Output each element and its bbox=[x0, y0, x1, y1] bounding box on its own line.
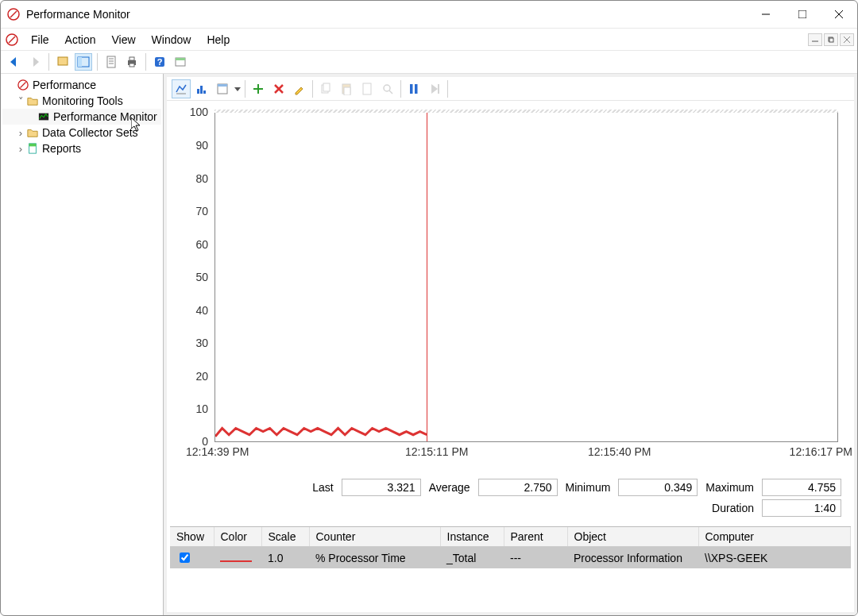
menu-view[interactable]: View bbox=[103, 30, 143, 49]
tree-label: Performance Monitor bbox=[53, 110, 157, 123]
show-hide-tree-button[interactable] bbox=[54, 53, 72, 71]
copy-button[interactable] bbox=[316, 79, 335, 98]
stat-minimum-value: 0.349 bbox=[618, 479, 698, 496]
chevron-right-icon[interactable]: › bbox=[15, 143, 26, 155]
svg-line-28 bbox=[21, 83, 26, 88]
tree-label: Performance bbox=[33, 79, 96, 91]
chart-view-button[interactable] bbox=[172, 79, 191, 98]
svg-rect-37 bbox=[218, 84, 227, 87]
menu-bar: File Action View Window Help bbox=[1, 28, 857, 50]
table-row[interactable]: 1.0 % Processor Time _Total --- Processo… bbox=[170, 547, 851, 569]
cell-computer: \\XPS-GEEK bbox=[698, 547, 851, 569]
mdi-restore-button[interactable] bbox=[824, 33, 838, 46]
back-button[interactable] bbox=[6, 53, 23, 71]
svg-rect-3 bbox=[798, 10, 806, 18]
svg-rect-46 bbox=[415, 84, 418, 94]
freeze-display-button[interactable] bbox=[404, 79, 423, 98]
print-button[interactable] bbox=[123, 53, 141, 71]
col-show[interactable]: Show bbox=[170, 527, 214, 547]
col-instance[interactable]: Instance bbox=[440, 527, 504, 547]
col-computer[interactable]: Computer bbox=[698, 527, 851, 547]
y-tick: 20 bbox=[195, 370, 208, 383]
paste-button[interactable] bbox=[337, 79, 356, 98]
zoom-button[interactable] bbox=[378, 79, 397, 98]
svg-rect-41 bbox=[344, 87, 350, 95]
chart-grid bbox=[214, 112, 838, 442]
tree-data-collector-sets[interactable]: › Data Collector Sets bbox=[2, 125, 161, 141]
stats-panel: Last 3.321 Average 2.750 Minimum 0.349 M… bbox=[167, 474, 854, 522]
tree-label: Data Collector Sets bbox=[42, 126, 138, 139]
y-tick: 70 bbox=[195, 205, 208, 218]
stat-duration-value: 1:40 bbox=[762, 499, 841, 517]
view-dropdown-icon[interactable] bbox=[234, 86, 242, 92]
menu-help[interactable]: Help bbox=[199, 30, 238, 49]
col-color[interactable]: Color bbox=[214, 527, 261, 547]
maximize-button[interactable] bbox=[784, 1, 821, 28]
menu-window[interactable]: Window bbox=[144, 30, 199, 49]
highlight-button[interactable] bbox=[290, 79, 309, 98]
col-object[interactable]: Object bbox=[567, 527, 698, 547]
chart-toolbar bbox=[167, 77, 854, 101]
new-window-button[interactable] bbox=[172, 53, 189, 71]
svg-line-1 bbox=[10, 11, 17, 17]
tree-performance-monitor[interactable]: Performance Monitor bbox=[2, 109, 161, 125]
histogram-view-button[interactable] bbox=[192, 79, 211, 98]
window-controls bbox=[748, 1, 857, 28]
cell-object: Processor Information bbox=[567, 547, 698, 569]
properties-button[interactable] bbox=[102, 53, 120, 71]
reports-icon bbox=[26, 142, 39, 155]
chevron-right-icon[interactable]: › bbox=[15, 127, 26, 139]
report-view-button[interactable] bbox=[213, 79, 232, 98]
y-tick: 30 bbox=[195, 337, 208, 349]
svg-rect-33 bbox=[197, 89, 199, 94]
svg-rect-29 bbox=[39, 114, 48, 121]
stat-duration-label: Duration bbox=[712, 502, 754, 514]
perfmon-root-icon bbox=[17, 79, 29, 91]
cell-instance: _Total bbox=[440, 547, 504, 569]
app-icon bbox=[7, 8, 20, 21]
tree-monitoring-tools[interactable]: ˅ Monitoring Tools bbox=[2, 93, 161, 109]
y-tick: 10 bbox=[195, 402, 208, 415]
cell-counter: % Processor Time bbox=[309, 547, 440, 569]
close-button[interactable] bbox=[821, 1, 857, 28]
menu-file[interactable]: File bbox=[23, 30, 57, 49]
add-counter-button[interactable] bbox=[249, 79, 268, 98]
menu-action[interactable]: Action bbox=[57, 30, 104, 49]
svg-rect-34 bbox=[200, 86, 203, 94]
x-tick: 12:15:40 PM bbox=[588, 445, 651, 458]
stat-last-value: 3.321 bbox=[342, 479, 421, 496]
stat-maximum-value: 4.755 bbox=[762, 479, 841, 496]
stat-minimum-label: Minimum bbox=[566, 481, 611, 494]
mmc-toolbar: ? bbox=[1, 50, 857, 74]
minimize-button[interactable] bbox=[748, 1, 784, 28]
tree-pane: Performance ˅ Monitoring Tools Performan… bbox=[1, 74, 164, 615]
tree-reports[interactable]: › Reports bbox=[2, 141, 161, 156]
col-scale[interactable]: Scale bbox=[261, 527, 309, 547]
svg-rect-10 bbox=[829, 38, 833, 42]
mdi-minimize-button[interactable] bbox=[808, 33, 822, 46]
col-counter[interactable]: Counter bbox=[309, 527, 440, 547]
mdi-controls bbox=[808, 33, 857, 46]
x-tick: 12:15:11 PM bbox=[405, 445, 468, 458]
update-data-button[interactable] bbox=[425, 79, 444, 98]
cell-parent: --- bbox=[504, 547, 567, 569]
scope-tree-button[interactable] bbox=[75, 53, 92, 71]
counters-table[interactable]: Show Color Scale Counter Instance Parent… bbox=[170, 526, 851, 568]
forward-button[interactable] bbox=[26, 53, 44, 71]
mdi-close-button[interactable] bbox=[840, 33, 854, 46]
chevron-down-icon[interactable]: ˅ bbox=[15, 95, 26, 107]
x-tick: 12:14:39 PM bbox=[186, 445, 249, 458]
show-checkbox[interactable] bbox=[180, 552, 190, 563]
folder-icon bbox=[26, 126, 39, 139]
y-tick: 90 bbox=[195, 139, 208, 152]
delete-counter-button[interactable] bbox=[269, 79, 288, 98]
chart-area[interactable]: 100 90 80 70 60 50 40 30 20 10 0 12:14:3… bbox=[167, 101, 854, 474]
y-tick: 60 bbox=[195, 238, 208, 251]
help-button[interactable]: ? bbox=[151, 53, 168, 71]
tree-root-performance[interactable]: Performance bbox=[2, 77, 161, 93]
y-tick: 50 bbox=[195, 271, 208, 283]
cell-scale: 1.0 bbox=[261, 547, 309, 569]
col-parent[interactable]: Parent bbox=[504, 527, 567, 547]
counter-properties-button[interactable] bbox=[358, 79, 377, 98]
svg-rect-26 bbox=[176, 58, 185, 60]
